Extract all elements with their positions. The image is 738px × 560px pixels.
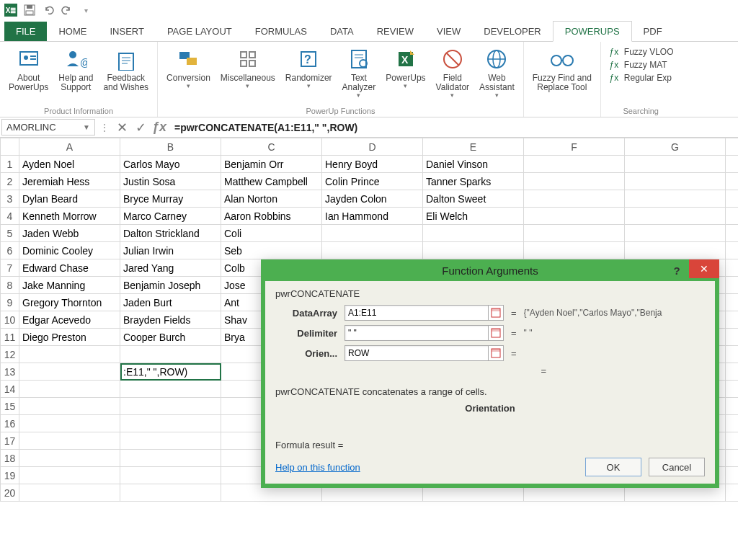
cell[interactable]: [625, 190, 726, 208]
cell[interactable]: [524, 242, 625, 259]
undo-icon[interactable]: [42, 4, 55, 17]
enter-formula-icon[interactable]: ✓: [131, 117, 150, 137]
cell[interactable]: Dalton Strickland: [120, 225, 221, 242]
cell[interactable]: Ayden Noel: [19, 156, 120, 173]
row-header[interactable]: 12: [1, 346, 19, 363]
cell[interactable]: [726, 450, 739, 467]
dialog-close-icon[interactable]: ✕: [689, 259, 719, 278]
cell[interactable]: [726, 432, 739, 450]
cell[interactable]: [19, 381, 120, 398]
cell[interactable]: Jeremiah Hess: [19, 173, 120, 190]
cell[interactable]: [322, 225, 423, 242]
row-header[interactable]: 13: [1, 363, 19, 381]
cell[interactable]: Bryce Murray: [120, 190, 221, 208]
save-icon[interactable]: [23, 4, 36, 17]
tab-insert[interactable]: INSERT: [98, 22, 155, 41]
dialog-titlebar[interactable]: Function Arguments ? ✕: [261, 259, 719, 281]
cell[interactable]: Marco Carney: [120, 208, 221, 225]
cell[interactable]: Matthew Campbell: [221, 173, 322, 190]
row-header[interactable]: 11: [1, 329, 19, 346]
cell[interactable]: [120, 467, 221, 484]
cell[interactable]: Colin Prince: [322, 173, 423, 190]
cell[interactable]: Edward Chase: [19, 259, 120, 277]
feedback-button[interactable]: Feedback and Wishes: [99, 45, 153, 105]
cell[interactable]: [120, 346, 221, 363]
cell[interactable]: Aaron Robbins: [221, 208, 322, 225]
cell[interactable]: [120, 432, 221, 450]
cell[interactable]: [726, 277, 739, 294]
cell[interactable]: [726, 484, 739, 502]
column-header[interactable]: H: [726, 138, 739, 156]
cell[interactable]: [726, 225, 739, 242]
row-header[interactable]: 2: [1, 173, 19, 190]
fx-button-icon[interactable]: ƒx: [150, 117, 169, 137]
row-header[interactable]: 20: [1, 484, 19, 502]
cell[interactable]: [726, 415, 739, 432]
cell[interactable]: [120, 450, 221, 467]
cell[interactable]: [524, 208, 625, 225]
web-assistant-button[interactable]: Web Assistant: [475, 45, 519, 105]
cell[interactable]: Kenneth Morrow: [19, 208, 120, 225]
cell[interactable]: Seb: [221, 242, 322, 259]
row-header[interactable]: 18: [1, 450, 19, 467]
column-header[interactable]: E: [423, 138, 524, 156]
column-header[interactable]: D: [322, 138, 423, 156]
cell[interactable]: [625, 225, 726, 242]
cell[interactable]: Edgar Acevedo: [19, 311, 120, 329]
cell[interactable]: Cooper Burch: [120, 329, 221, 346]
tab-review[interactable]: REVIEW: [365, 22, 425, 41]
help-support-button[interactable]: @ Help and Support: [54, 45, 97, 105]
row-header[interactable]: 16: [1, 415, 19, 432]
miscellaneous-button[interactable]: Miscellaneous: [216, 45, 280, 105]
row-header[interactable]: 10: [1, 311, 19, 329]
cell[interactable]: [625, 208, 726, 225]
cell[interactable]: [19, 346, 120, 363]
cell[interactable]: Jayden Colon: [322, 190, 423, 208]
cell[interactable]: [726, 156, 739, 173]
fuzzy-find-replace-button[interactable]: Fuzzy Find and Replace Tool: [528, 45, 596, 114]
tab-home[interactable]: HOME: [47, 22, 98, 41]
cell[interactable]: Tanner Sparks: [423, 173, 524, 190]
cell[interactable]: Jaden Webb: [19, 225, 120, 242]
cell[interactable]: Daniel Vinson: [423, 156, 524, 173]
cell[interactable]: [726, 346, 739, 363]
cell[interactable]: [423, 225, 524, 242]
tab-page-layout[interactable]: PAGE LAYOUT: [156, 22, 244, 41]
row-header[interactable]: 4: [1, 208, 19, 225]
cell[interactable]: [120, 381, 221, 398]
cell[interactable]: [322, 242, 423, 259]
cell[interactable]: [120, 415, 221, 432]
cell[interactable]: Coli: [221, 225, 322, 242]
cell[interactable]: [19, 484, 120, 502]
cell[interactable]: Dominic Cooley: [19, 242, 120, 259]
cell[interactable]: [726, 363, 739, 381]
cell[interactable]: [120, 398, 221, 415]
row-header[interactable]: 9: [1, 294, 19, 311]
cell[interactable]: Diego Preston: [19, 329, 120, 346]
cancel-button[interactable]: Cancel: [649, 458, 705, 476]
cell[interactable]: Gregory Thornton: [19, 294, 120, 311]
dialog-help-icon[interactable]: ?: [669, 262, 685, 278]
cell[interactable]: :E11," ",ROW): [120, 363, 221, 381]
regular-exp-button[interactable]: ƒx Regular Exp: [608, 72, 674, 84]
cell[interactable]: Jaden Burt: [120, 294, 221, 311]
cell[interactable]: [625, 242, 726, 259]
cell[interactable]: Benjamin Joseph: [120, 277, 221, 294]
cell[interactable]: [19, 432, 120, 450]
cell[interactable]: Dalton Sweet: [423, 190, 524, 208]
tab-data[interactable]: DATA: [319, 22, 365, 41]
column-header[interactable]: C: [221, 138, 322, 156]
cell[interactable]: [625, 156, 726, 173]
qat-customize-icon[interactable]: ▾: [79, 4, 92, 17]
cell[interactable]: Jared Yang: [120, 259, 221, 277]
cell[interactable]: [726, 208, 739, 225]
range-picker-icon[interactable]: [488, 305, 504, 321]
column-header[interactable]: F: [524, 138, 625, 156]
cell[interactable]: Benjamin Orr: [221, 156, 322, 173]
cell[interactable]: Julian Irwin: [120, 242, 221, 259]
tab-file[interactable]: FILE: [4, 22, 47, 41]
cell[interactable]: [19, 415, 120, 432]
row-header[interactable]: 5: [1, 225, 19, 242]
cell[interactable]: [726, 467, 739, 484]
column-header[interactable]: B: [120, 138, 221, 156]
